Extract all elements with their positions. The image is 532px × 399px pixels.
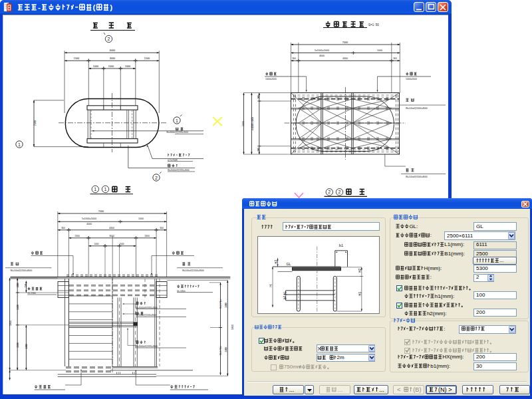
svg-text:GL: GL (287, 262, 291, 266)
svg-text:...: ... (499, 257, 504, 263)
svg-text:200: 200 (476, 354, 485, 360)
svg-text:L1(mm):: L1(mm): (444, 241, 464, 247)
svg-text:...: ... (379, 386, 384, 393)
svg-text:HX(mm):: HX(mm): (443, 354, 464, 360)
svg-text:GL:: GL: (409, 223, 418, 229)
svg-text:H2: H2 (274, 260, 278, 265)
svg-text::: : (430, 274, 432, 280)
svg-text:5300: 5300 (476, 265, 488, 271)
svg-text:750mm: 750mm (284, 364, 302, 370)
svg-text:...: ... (289, 386, 295, 393)
svg-text:H(mm):: H(mm): (424, 265, 442, 271)
svg-text:(N) >: (N) > (438, 386, 452, 393)
svg-text:h2 h1: h2 h1 (283, 291, 287, 299)
svg-text:200: 200 (476, 309, 485, 315)
svg-text:H: H (269, 285, 273, 287)
svg-text::: : (444, 326, 445, 332)
svg-text:2500×6111: 2500×6111 (447, 233, 473, 239)
svg-text:h1(mm):: h1(mm): (435, 293, 455, 299)
svg-text:2m: 2m (337, 354, 344, 360)
svg-text:b1: b1 (339, 243, 343, 247)
svg-text:b1(mm):: b1(mm): (430, 363, 450, 369)
svg-text::: : (430, 232, 432, 238)
svg-text:30: 30 (476, 363, 482, 369)
svg-text:<: < (397, 386, 400, 393)
svg-text:H2: H2 (358, 269, 362, 273)
svg-text:2500: 2500 (476, 251, 488, 257)
svg-text:6111: 6111 (476, 241, 487, 247)
svg-text:100: 100 (476, 292, 485, 298)
svg-text:(B): (B) (413, 386, 421, 393)
svg-text:h2(mm):: h2(mm): (427, 311, 447, 317)
svg-text:...: ... (338, 386, 343, 393)
svg-text:H1: H1 (358, 292, 362, 297)
svg-text:2: 2 (476, 274, 479, 280)
svg-text:B1(mm):: B1(mm): (444, 251, 465, 257)
svg-text:GL: GL (476, 223, 483, 229)
